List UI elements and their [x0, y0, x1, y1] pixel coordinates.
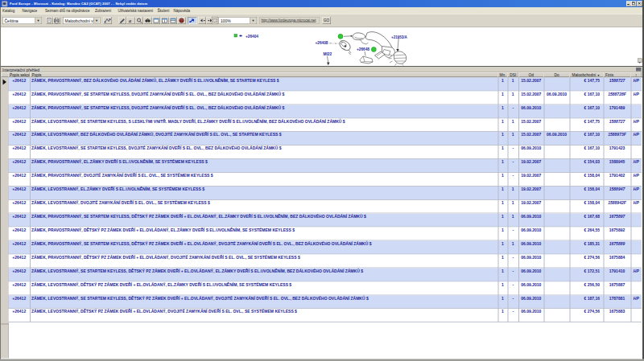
svg-text:a: a — [129, 18, 131, 23]
svg-text:+26408: +26408 — [316, 41, 328, 45]
svg-text:+26404: +26404 — [246, 35, 258, 39]
svg-text:+21953/A: +21953/A — [391, 35, 407, 39]
svg-text:+26648: +26648 — [357, 47, 369, 51]
svg-text:MI22: MI22 — [324, 52, 332, 56]
